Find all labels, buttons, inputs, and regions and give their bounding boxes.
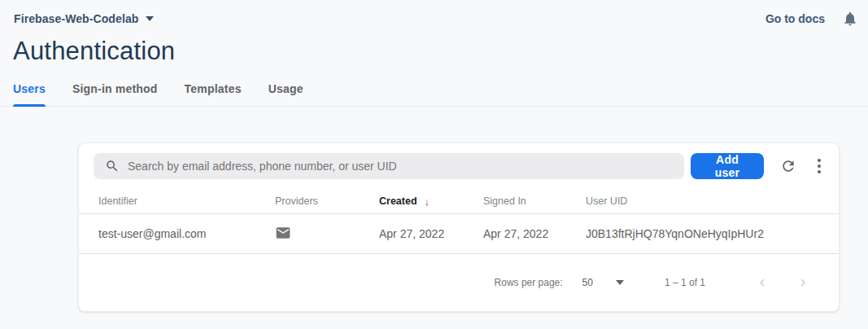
cell-user-uid: J0B13ftRjHQ78YqnONeHyqIpHUr2: [586, 227, 819, 240]
cell-providers: [275, 225, 379, 243]
overflow-menu-button[interactable]: [814, 156, 824, 177]
tab-sign-in-method[interactable]: Sign-in method: [72, 77, 158, 106]
topbar-right: Go to docs: [765, 11, 858, 27]
rows-per-page-label: Rows per page:: [495, 277, 563, 288]
tab-label: Templates: [185, 82, 242, 95]
tab-templates[interactable]: Templates: [185, 77, 242, 106]
table-header-row: Identifier Providers Created ↓ Signed In…: [79, 189, 839, 213]
firebase-auth-console: Firebase-Web-Codelab Go to docs Authenti…: [0, 0, 868, 329]
cell-created: Apr 27, 2022: [379, 227, 483, 240]
cell-identifier: test-user@gmail.com: [98, 227, 275, 240]
search-icon: [105, 159, 120, 173]
search-box[interactable]: [94, 153, 684, 179]
column-header-identifier[interactable]: Identifier: [98, 195, 275, 207]
chevron-down-icon: [146, 16, 154, 21]
chevron-right-icon: [796, 276, 809, 289]
project-name: Firebase-Web-Codelab: [14, 12, 138, 25]
go-to-docs-link[interactable]: Go to docs: [765, 12, 825, 25]
email-provider-icon: [275, 225, 291, 241]
column-header-providers[interactable]: Providers: [275, 195, 379, 207]
users-toolbar: Add user: [79, 143, 839, 189]
tab-label: Users: [13, 82, 46, 95]
column-header-created-label: Created: [379, 195, 417, 207]
overflow-menu-icon: [818, 159, 821, 173]
next-page-button[interactable]: [795, 274, 811, 291]
sort-desc-icon[interactable]: ↓: [425, 195, 430, 208]
column-header-signed-in[interactable]: Signed In: [483, 195, 586, 207]
refresh-icon: [780, 158, 796, 174]
column-header-created[interactable]: Created ↓: [379, 195, 483, 208]
refresh-button[interactable]: [777, 155, 800, 178]
project-switcher[interactable]: Firebase-Web-Codelab: [14, 12, 154, 25]
cell-signed-in: Apr 27, 2022: [483, 227, 586, 240]
add-user-button[interactable]: Add user: [691, 153, 764, 179]
search-input[interactable]: [128, 160, 674, 173]
tab-label: Usage: [268, 82, 303, 95]
pagination-bar: Rows per page: 50 1 – 1 of 1: [79, 254, 839, 311]
notifications-bell-icon[interactable]: [842, 11, 858, 27]
tab-bar: Users Sign-in method Templates Usage: [0, 77, 868, 107]
table-row[interactable]: test-user@gmail.com Apr 27, 2022 Apr 27,…: [79, 213, 839, 254]
previous-page-button[interactable]: [754, 274, 770, 291]
topbar: Firebase-Web-Codelab Go to docs: [0, 0, 868, 27]
tab-users[interactable]: Users: [13, 77, 46, 106]
column-header-user-uid[interactable]: User UID: [586, 195, 819, 207]
tab-usage[interactable]: Usage: [268, 77, 303, 106]
rows-per-page-value[interactable]: 50: [582, 277, 593, 288]
pagination-range: 1 – 1 of 1: [665, 277, 705, 288]
chevron-left-icon: [756, 276, 769, 289]
rows-per-page-dropdown-icon[interactable]: [616, 280, 624, 285]
tab-label: Sign-in method: [72, 82, 158, 95]
page-title: Authentication: [13, 37, 868, 66]
users-card: Add user Identifier Providers Created ↓ …: [78, 143, 840, 312]
